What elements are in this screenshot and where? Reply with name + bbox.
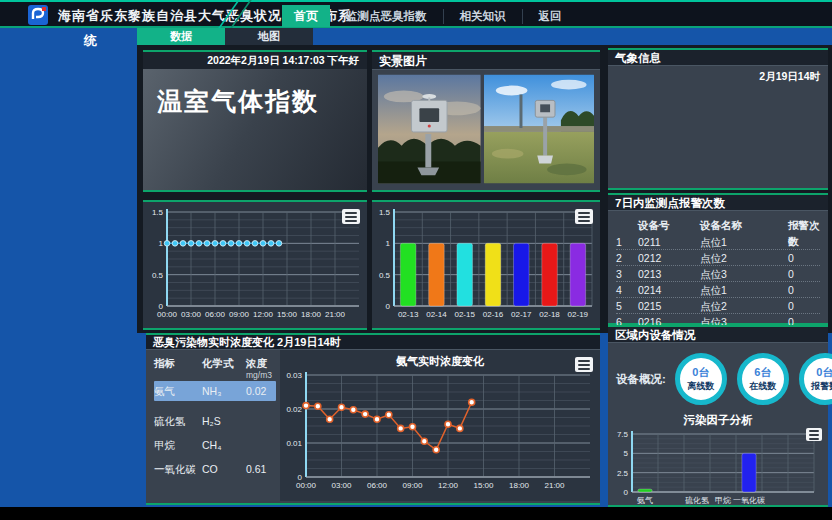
cell: 0215 xyxy=(638,298,700,314)
ammonia-chart-title: 氨气实时浓度变化 xyxy=(280,350,600,369)
tab-data[interactable]: 数据 xyxy=(137,28,225,45)
alarm-table: 设备号设备名称报警次数10211点位1020212点位2030213点位3040… xyxy=(608,211,828,330)
svg-text:02-14: 02-14 xyxy=(426,310,447,319)
svg-text:21:00: 21:00 xyxy=(544,481,565,490)
svg-text:09:00: 09:00 xyxy=(402,481,423,490)
device-overview-label: 设备概况: xyxy=(616,372,666,387)
table-row: 30213点位30 xyxy=(616,266,820,282)
alarm-table-header: 设备号设备名称报警次数 xyxy=(616,217,820,234)
cell xyxy=(246,411,276,431)
svg-text:1: 1 xyxy=(159,239,164,248)
svg-text:0.03: 0.03 xyxy=(286,371,302,380)
svg-text:02-13: 02-13 xyxy=(398,310,419,319)
site-photo-left xyxy=(378,74,481,184)
device-stat-circle: 6台在线数 xyxy=(737,353,789,405)
stat-count: 0台 xyxy=(692,365,709,380)
cell: 0.61 xyxy=(246,459,276,479)
table-row[interactable]: 硫化氢H₂S xyxy=(154,411,276,431)
svg-text:0.02: 0.02 xyxy=(286,405,302,414)
site-photo-right xyxy=(484,74,594,184)
svg-text:03:00: 03:00 xyxy=(181,310,202,319)
svg-text:氨气: 氨气 xyxy=(637,496,653,505)
column-header: 指标 xyxy=(154,357,202,381)
pollution-factor-area: 02.557.5氨气硫化氢甲烷一氧化碳 xyxy=(608,430,828,514)
svg-text:00:00: 00:00 xyxy=(296,481,317,490)
nav-knowledge[interactable]: 相关知识 xyxy=(443,9,522,24)
svg-text:0: 0 xyxy=(386,302,391,311)
stat-label: 报警数 xyxy=(811,380,832,393)
svg-text:15:00: 15:00 xyxy=(473,481,494,490)
cell: 点位1 xyxy=(700,234,788,250)
cell: 0 xyxy=(788,282,820,298)
cell: 硫化氢 xyxy=(154,411,202,431)
cell: 0 xyxy=(788,234,820,250)
weather-panel-title: 气象信息 xyxy=(608,50,828,66)
device-stat-circle: 0台离线数 xyxy=(675,353,727,405)
cell: 0 xyxy=(788,298,820,314)
chart-menu-icon[interactable] xyxy=(575,209,593,224)
svg-text:2.5: 2.5 xyxy=(617,469,629,478)
alarm-panel-title: 7日内监测点报警次数 xyxy=(608,195,828,211)
title-overflow: 统 xyxy=(84,32,97,50)
table-row: 20212点位20 xyxy=(616,250,820,266)
cell xyxy=(246,435,276,455)
nav-monitor-odor-index[interactable]: 监测点恶臭指数 xyxy=(330,9,443,24)
cell: 点位2 xyxy=(700,298,788,314)
stat-label: 离线数 xyxy=(687,380,714,393)
table-row[interactable]: 氨气NH₃0.02 xyxy=(154,381,276,401)
ammonia-trend-chart: 00.010.020.0300:0003:0006:0009:0012:0015… xyxy=(280,369,598,501)
svg-text:一氧化碳: 一氧化碳 xyxy=(733,496,765,505)
cell: CH₄ xyxy=(202,435,246,455)
svg-text:0.01: 0.01 xyxy=(286,439,302,448)
odor-table: 指标化学式浓度mg/m3氨气NH₃0.02硫化氢H₂S甲烷CH₄一氧化碳CO0.… xyxy=(146,350,280,501)
chart-menu-icon[interactable] xyxy=(575,357,593,372)
table-row[interactable]: 一氧化碳CO0.61 xyxy=(154,459,276,479)
table-row[interactable]: 甲烷CH₄ xyxy=(154,435,276,455)
nav-back[interactable]: 返回 xyxy=(522,9,578,24)
svg-text:02-16: 02-16 xyxy=(483,310,504,319)
odor-panel: 恶臭污染物实时浓度变化 2月19日14时 指标化学式浓度mg/m3氨气NH₃0.… xyxy=(146,333,600,505)
cell: 0211 xyxy=(638,234,700,250)
cell: 0213 xyxy=(638,266,700,282)
stat-label: 在线数 xyxy=(749,380,776,393)
svg-text:00:00: 00:00 xyxy=(157,310,178,319)
main-nav: 首页 监测点恶臭指数 相关知识 返回 xyxy=(282,4,578,28)
cell: NH₃ xyxy=(202,381,246,401)
svg-text:09:00: 09:00 xyxy=(229,310,250,319)
cell: 氨气 xyxy=(154,381,202,401)
table-row: 10211点位10 xyxy=(616,234,820,250)
daily-index-panel: 00.511.502-1302-1402-1502-1602-1702-1802… xyxy=(372,200,600,330)
chart-menu-icon[interactable] xyxy=(342,209,360,224)
greeting-panel: 2022年2月19日 14:17:03 下午好 温室气体指数 xyxy=(143,50,367,192)
device-body: 设备概况: 0台离线数6台在线数0台报警数 污染因子分析 02.557.5氨气硫… xyxy=(608,343,828,504)
chart-menu-icon[interactable] xyxy=(806,428,822,441)
svg-text:21:00: 21:00 xyxy=(325,310,346,319)
greenhouse-trend-chart: 00.511.500:0003:0006:0009:0012:0015:0018… xyxy=(143,202,367,328)
svg-text:02-18: 02-18 xyxy=(539,310,560,319)
logo-graphic xyxy=(28,5,48,25)
svg-text:7.5: 7.5 xyxy=(617,430,629,439)
device-stats: 0台离线数6台在线数0台报警数 xyxy=(675,353,832,405)
stat-count: 6台 xyxy=(754,365,771,380)
cell: 0.02 xyxy=(246,381,276,401)
photos-panel: 实景图片 xyxy=(372,50,600,192)
cell: 0 xyxy=(788,250,820,266)
svg-text:12:00: 12:00 xyxy=(253,310,274,319)
svg-text:5: 5 xyxy=(624,449,629,458)
ammonia-chart-area: 氨气实时浓度变化 00.010.020.0300:0003:0006:0009:… xyxy=(280,350,600,501)
top-header: 海南省乐东黎族自治县大气恶臭状况实时发布系 首页 监测点恶臭指数 相关知识 返回 xyxy=(0,0,832,28)
tab-map[interactable]: 地图 xyxy=(225,28,313,45)
cell: 甲烷 xyxy=(154,435,202,455)
svg-text:硫化氢: 硫化氢 xyxy=(685,496,709,505)
svg-text:12:00: 12:00 xyxy=(438,481,459,490)
device-stats-row: 设备概况: 0台离线数6台在线数0台报警数 xyxy=(608,343,828,405)
svg-text:1.5: 1.5 xyxy=(379,208,391,217)
app-logo xyxy=(28,5,48,25)
device-panel: 区域内设备情况 设备概况: 0台离线数6台在线数0台报警数 污染因子分析 02.… xyxy=(608,325,828,507)
greenhouse-trend-panel: 00.511.500:0003:0006:0009:0012:0015:0018… xyxy=(143,200,367,330)
nav-home[interactable]: 首页 xyxy=(282,5,330,27)
cell: 2 xyxy=(616,250,638,266)
cell: 0 xyxy=(788,266,820,282)
cell: 点位1 xyxy=(700,282,788,298)
weather-body: 2月19日14时 xyxy=(608,66,828,189)
